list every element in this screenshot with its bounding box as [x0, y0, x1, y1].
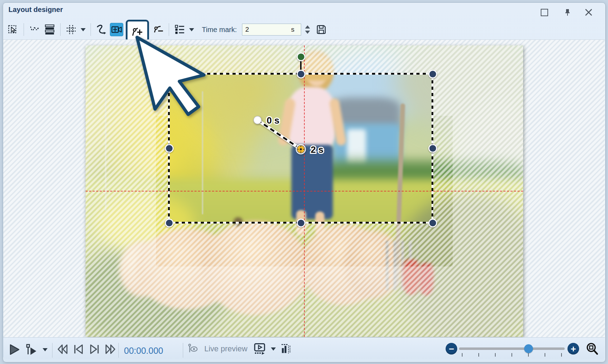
separator: [91, 23, 91, 36]
separator: [24, 23, 24, 36]
skip-to-start-button[interactable]: [56, 343, 69, 356]
chevron-down-icon: [271, 347, 276, 351]
horizontal-center-guide: [86, 191, 523, 192]
save-button[interactable]: [315, 23, 328, 36]
path-points-icon: [29, 24, 40, 35]
camera-pan-button[interactable]: [110, 23, 123, 36]
previous-frame-button[interactable]: [72, 343, 85, 356]
play-button[interactable]: [8, 343, 20, 356]
next-frame-button[interactable]: [88, 343, 101, 356]
remove-keyframe-icon: [152, 24, 164, 36]
grid-dropdown-button[interactable]: [80, 23, 87, 36]
slider-tick: [478, 353, 479, 357]
grid-icon: [66, 24, 77, 35]
selection-handle-top-left[interactable]: [165, 70, 174, 79]
selection-handle-middle-left[interactable]: [165, 144, 174, 153]
separator: [60, 23, 61, 36]
add-keyframe-button[interactable]: [126, 20, 149, 42]
time-mark-unit: s: [291, 26, 294, 33]
slider-tick: [511, 353, 512, 357]
stack-order-button[interactable]: [43, 23, 56, 36]
slider-tick: [462, 353, 463, 357]
curve-smooth-icon: [95, 24, 107, 36]
zoom-slider-thumb[interactable]: [524, 344, 533, 353]
spin-down-icon[interactable]: [305, 31, 310, 34]
time-mark-input[interactable]: [242, 25, 288, 34]
maximize-button[interactable]: [540, 8, 549, 17]
time-display: 00:00.000: [124, 346, 163, 356]
time-mark-spinner: [305, 25, 310, 34]
remove-keyframe-button[interactable]: [151, 23, 165, 36]
curve-smooth-button[interactable]: [95, 23, 108, 36]
play-from-marker-button[interactable]: [25, 343, 37, 356]
toolbar: Time mark: s: [6, 20, 328, 39]
live-preview-label[interactable]: Live preview: [204, 344, 247, 353]
selection-handle-bottom-left[interactable]: [165, 219, 174, 227]
skip-to-end-button[interactable]: [104, 343, 117, 356]
keyframe-list-button[interactable]: [173, 23, 186, 36]
chevron-down-icon: [43, 348, 48, 351]
save-icon: [316, 24, 327, 35]
separator: [118, 343, 119, 358]
maximize-icon: [541, 9, 548, 16]
separator: [52, 343, 52, 358]
chevron-down-icon: [81, 28, 86, 31]
separator: [183, 343, 183, 358]
keyframe-list-icon: [174, 24, 185, 35]
zoom-slider-track[interactable]: [459, 347, 565, 350]
slider-tick: [545, 353, 545, 357]
selection-clear-region[interactable]: [169, 74, 433, 223]
window-title: Layout designer: [8, 6, 63, 14]
add-keyframe-icon: [131, 25, 144, 37]
stack-order-icon: [44, 24, 55, 35]
chevron-down-icon: [189, 28, 194, 31]
time-mark-field: s: [242, 24, 301, 36]
separator: [169, 23, 169, 36]
select-tool-icon: [7, 24, 19, 35]
selection-handle-top-right[interactable]: [428, 70, 437, 79]
selection-handle-middle-right[interactable]: [428, 144, 437, 153]
slider-tick: [528, 353, 529, 357]
close-icon: [584, 8, 593, 17]
close-button[interactable]: [584, 8, 593, 17]
pin-button[interactable]: [563, 8, 572, 17]
selection-handle-bottom-center[interactable]: [297, 219, 305, 227]
timeline-scale-button[interactable]: [280, 343, 292, 354]
pin-icon: [563, 8, 572, 17]
spin-up-icon[interactable]: [305, 25, 310, 29]
play-options-dropdown-button[interactable]: [42, 343, 49, 356]
selection-handle-bottom-right[interactable]: [428, 219, 437, 227]
select-tool-button[interactable]: [6, 23, 20, 36]
layout-designer-window: Layout designer: [0, 0, 608, 364]
grid-button[interactable]: [64, 23, 78, 36]
preview-window-button[interactable]: [253, 342, 266, 356]
camera-pan-icon: [111, 24, 122, 35]
zoom-fit-button[interactable]: [585, 341, 600, 356]
selection-handle-top-center[interactable]: [297, 70, 305, 79]
marker-eye-icon: [187, 343, 199, 354]
zoom-in-button[interactable]: +: [567, 343, 579, 354]
zoom-out-button[interactable]: −: [446, 343, 457, 354]
preview-dropdown-button[interactable]: [270, 342, 277, 356]
slider-tick: [495, 353, 496, 357]
time-mark-label: Time mark:: [202, 26, 237, 34]
rotation-handle[interactable]: [297, 52, 305, 61]
keyframe-list-dropdown-button[interactable]: [188, 23, 195, 36]
path-points-button[interactable]: [28, 23, 41, 36]
photo-preview: [169, 74, 433, 223]
slider-tick: [561, 353, 562, 357]
